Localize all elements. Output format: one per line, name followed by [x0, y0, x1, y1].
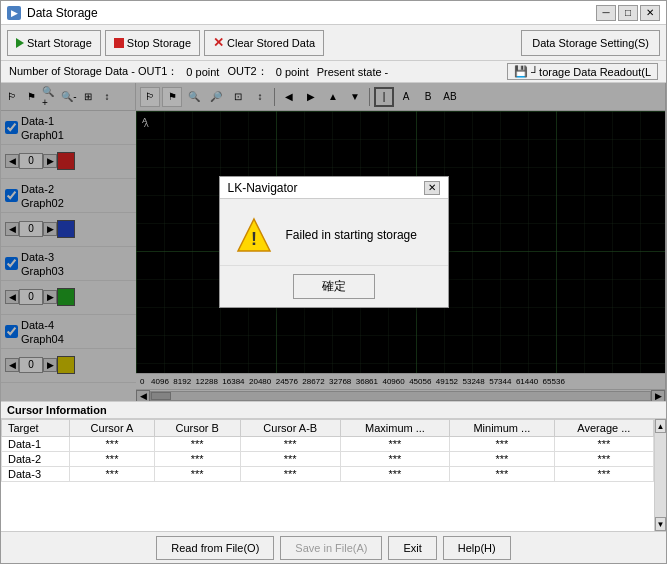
cursor-scroll-up[interactable]: ▲: [655, 419, 666, 433]
th-maximum: Maximum ...: [340, 420, 449, 437]
cursor-scroll-track: [655, 433, 666, 517]
dialog-title: LK-Navigator: [228, 181, 298, 195]
out1-value: 0 point: [186, 66, 219, 78]
row3-cursor-ab: ***: [240, 467, 340, 482]
present-label: Present state -: [317, 66, 389, 78]
row1-cursor-a: ***: [70, 437, 155, 452]
cursor-table-header-row: Target Cursor A Cursor B Cursor A-B Maxi…: [2, 420, 654, 437]
read-from-file-button[interactable]: Read from File(O): [156, 536, 274, 560]
row1-cursor-ab: ***: [240, 437, 340, 452]
cursor-table: Target Cursor A Cursor B Cursor A-B Maxi…: [1, 419, 654, 482]
clear-label: Clear Stored Data: [227, 37, 315, 49]
th-target: Target: [2, 420, 70, 437]
dialog-close-button[interactable]: ✕: [424, 181, 440, 195]
clear-icon: ✕: [213, 35, 224, 50]
row1-avg: ***: [554, 437, 653, 452]
th-cursor-ab: Cursor A-B: [240, 420, 340, 437]
modal-overlay: LK-Navigator ✕ ! Failed in starting stor…: [1, 83, 666, 401]
row1-target: Data-1: [2, 437, 70, 452]
title-bar-left: ▶ Data Storage: [7, 6, 98, 20]
window-title: Data Storage: [27, 6, 98, 20]
row2-cursor-b: ***: [154, 452, 240, 467]
row3-cursor-a: ***: [70, 467, 155, 482]
table-row: Data-3 *** *** *** *** *** ***: [2, 467, 654, 482]
cursor-info-header: Cursor Information: [1, 402, 666, 419]
minimize-button[interactable]: ─: [596, 5, 616, 21]
exit-button[interactable]: Exit: [388, 536, 436, 560]
title-bar-controls: ─ □ ✕: [596, 5, 660, 21]
out1-label: Number of Storage Data - OUT1：: [9, 64, 178, 79]
stop-label: Stop Storage: [127, 37, 191, 49]
cursor-table-wrapper: Target Cursor A Cursor B Cursor A-B Maxi…: [1, 419, 654, 531]
row3-max: ***: [340, 467, 449, 482]
start-label: Start Storage: [27, 37, 92, 49]
close-button[interactable]: ✕: [640, 5, 660, 21]
out2-label: OUT2：: [227, 64, 267, 79]
row2-cursor-a: ***: [70, 452, 155, 467]
dialog-body: ! Failed in starting storage: [220, 199, 448, 265]
row3-target: Data-3: [2, 467, 70, 482]
svg-text:!: !: [251, 229, 257, 249]
toolbar-right: Data Storage Setting(S): [521, 30, 660, 56]
settings-label: Data Storage Setting(S): [532, 37, 649, 49]
row2-target: Data-2: [2, 452, 70, 467]
row1-cursor-b: ***: [154, 437, 240, 452]
settings-button[interactable]: Data Storage Setting(S): [521, 30, 660, 56]
title-bar: ▶ Data Storage ─ □ ✕: [1, 1, 666, 25]
cursor-table-container: Target Cursor A Cursor B Cursor A-B Maxi…: [1, 419, 666, 531]
row2-min: ***: [449, 452, 554, 467]
start-storage-button[interactable]: Start Storage: [7, 30, 101, 56]
start-icon: [16, 38, 24, 48]
dialog-message: Failed in starting storage: [286, 228, 417, 242]
th-minimum: Minimum ...: [449, 420, 554, 437]
cursor-table-scrollbar: ▲ ▼: [654, 419, 666, 531]
readout-icon: 💾: [514, 65, 528, 78]
main-toolbar: Start Storage Stop Storage ✕ Clear Store…: [1, 25, 666, 61]
readout-label: ┘torage Data Readout(L: [531, 66, 651, 78]
table-row: Data-1 *** *** *** *** *** ***: [2, 437, 654, 452]
th-cursor-b: Cursor B: [154, 420, 240, 437]
main-window: ▶ Data Storage ─ □ ✕ Start Storage Stop …: [0, 0, 667, 564]
warning-icon: !: [236, 217, 272, 253]
row1-max: ***: [340, 437, 449, 452]
row2-max: ***: [340, 452, 449, 467]
dialog: LK-Navigator ✕ ! Failed in starting stor…: [219, 176, 449, 308]
maximize-button[interactable]: □: [618, 5, 638, 21]
row1-min: ***: [449, 437, 554, 452]
app-icon: ▶: [7, 6, 21, 20]
cursor-scroll-down[interactable]: ▼: [655, 517, 666, 531]
stop-icon: [114, 38, 124, 48]
action-bar: Read from File(O) Save in File(A) Exit H…: [1, 531, 666, 563]
row3-min: ***: [449, 467, 554, 482]
stop-storage-button[interactable]: Stop Storage: [105, 30, 200, 56]
readout-button[interactable]: 💾 ┘torage Data Readout(L: [507, 63, 658, 80]
clear-stored-data-button[interactable]: ✕ Clear Stored Data: [204, 30, 324, 56]
status-bar: Number of Storage Data - OUT1： 0 point O…: [1, 61, 666, 83]
save-in-file-button[interactable]: Save in File(A): [280, 536, 382, 560]
row2-avg: ***: [554, 452, 653, 467]
table-row: Data-2 *** *** *** *** *** ***: [2, 452, 654, 467]
row2-cursor-ab: ***: [240, 452, 340, 467]
row3-cursor-b: ***: [154, 467, 240, 482]
th-cursor-a: Cursor A: [70, 420, 155, 437]
dialog-title-bar: LK-Navigator ✕: [220, 177, 448, 199]
th-average: Average ...: [554, 420, 653, 437]
row3-avg: ***: [554, 467, 653, 482]
out2-value: 0 point: [276, 66, 309, 78]
cursor-info-panel: Cursor Information Target Cursor A Curso…: [1, 401, 666, 531]
main-content: 🏳 ⚑ 🔍+ 🔍- ⊞ ↕ Data-1 Graph01 ◀ ▶: [1, 83, 666, 401]
dialog-footer: 確定: [220, 265, 448, 307]
help-button[interactable]: Help(H): [443, 536, 511, 560]
dialog-ok-button[interactable]: 確定: [293, 274, 375, 299]
